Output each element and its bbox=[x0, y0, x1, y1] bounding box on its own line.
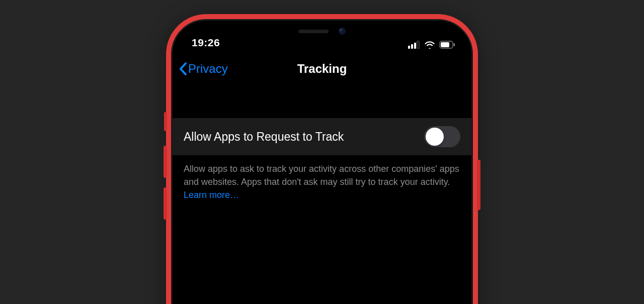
volume-up-button bbox=[164, 146, 167, 178]
mute-switch bbox=[164, 112, 167, 131]
svg-rect-2 bbox=[414, 43, 416, 49]
toggle-knob bbox=[426, 128, 444, 146]
footer-description: Allow apps to ask to track your activity… bbox=[184, 164, 459, 187]
allow-tracking-toggle[interactable] bbox=[424, 126, 460, 147]
battery-icon bbox=[439, 41, 455, 49]
setting-footer: Allow apps to ask to track your activity… bbox=[173, 155, 471, 209]
phone-screen: 19:26 bbox=[171, 19, 473, 304]
chevron-left-icon bbox=[179, 62, 187, 76]
volume-down-button bbox=[164, 187, 167, 220]
allow-tracking-row[interactable]: Allow Apps to Request to Track bbox=[173, 118, 471, 155]
back-label: Privacy bbox=[188, 62, 228, 76]
svg-rect-0 bbox=[408, 46, 410, 49]
svg-rect-3 bbox=[417, 41, 419, 49]
status-time: 19:26 bbox=[192, 37, 220, 49]
cellular-signal-icon bbox=[408, 41, 420, 49]
navigation-bar: Privacy Tracking bbox=[173, 51, 471, 87]
back-button[interactable]: Privacy bbox=[179, 62, 228, 76]
speaker-grill bbox=[298, 30, 329, 33]
settings-content: Allow Apps to Request to Track Allow app… bbox=[173, 87, 471, 209]
notch bbox=[267, 21, 377, 42]
svg-rect-5 bbox=[441, 42, 449, 47]
front-camera bbox=[339, 28, 346, 35]
power-button bbox=[477, 160, 480, 210]
learn-more-link[interactable]: Learn more… bbox=[184, 190, 239, 200]
wifi-icon bbox=[424, 41, 435, 49]
status-icons bbox=[408, 41, 455, 49]
setting-label: Allow Apps to Request to Track bbox=[184, 130, 344, 144]
svg-rect-6 bbox=[454, 43, 455, 46]
phone-frame: 19:26 bbox=[166, 14, 478, 304]
svg-rect-1 bbox=[411, 44, 413, 49]
